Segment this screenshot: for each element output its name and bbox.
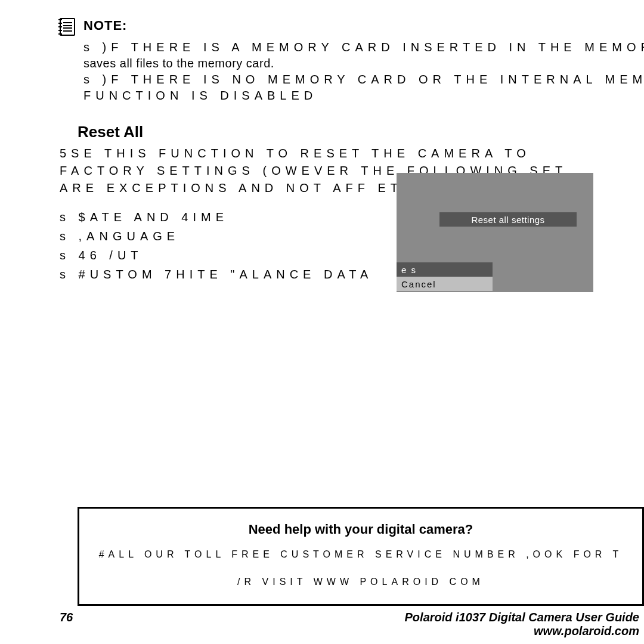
note-line-2b: FUNCTION IS DISABLED [83,88,644,104]
option-yes[interactable]: e s [397,262,493,277]
note-line-1a: s )F THERE IS A MEMORY CARD INSERTED IN … [83,39,644,55]
guide-title: Polaroid i1037 Digital Camera User Guide [405,611,639,624]
note-body: s )F THERE IS A MEMORY CARD INSERTED IN … [83,39,644,104]
camera-reset-dialog: Reset all settings e s Cancel [397,173,593,292]
help-question: Need help with your digital camera? [89,522,633,537]
note-line-1b: saves all files to the memory card. [83,55,644,72]
page-number: 76 [60,611,73,624]
reset-settings-label: Reset all settings [439,212,577,227]
page: NOTE: s )F THERE IS A MEMORY CARD INSERT… [0,0,644,644]
page-footer: 76 Polaroid i1037 Digital Camera User Gu… [60,611,639,638]
note-line-2a: s )F THERE IS NO MEMORY CARD OR THE INTE… [83,72,644,88]
note-title: NOTE: [83,18,127,33]
reset-body-1: 5SE THIS FUNCTION TO RESET THE CAMERA TO [60,145,644,162]
guide-url: www.polaroid.com [405,624,639,638]
help-box: Need help with your digital camera? #ALL… [78,507,644,606]
notepad-icon [60,18,75,36]
note-row: NOTE: [60,18,644,36]
help-line-2: /R VISIT WWW POLAROID COM [89,577,633,587]
footer-right: Polaroid i1037 Digital Camera User Guide… [405,611,639,638]
option-cancel[interactable]: Cancel [397,277,493,291]
help-line-1: #ALL OUR TOLL FREE CUSTOMER SERVICE NUMB… [89,549,633,560]
reset-all-heading: Reset All [78,123,644,141]
